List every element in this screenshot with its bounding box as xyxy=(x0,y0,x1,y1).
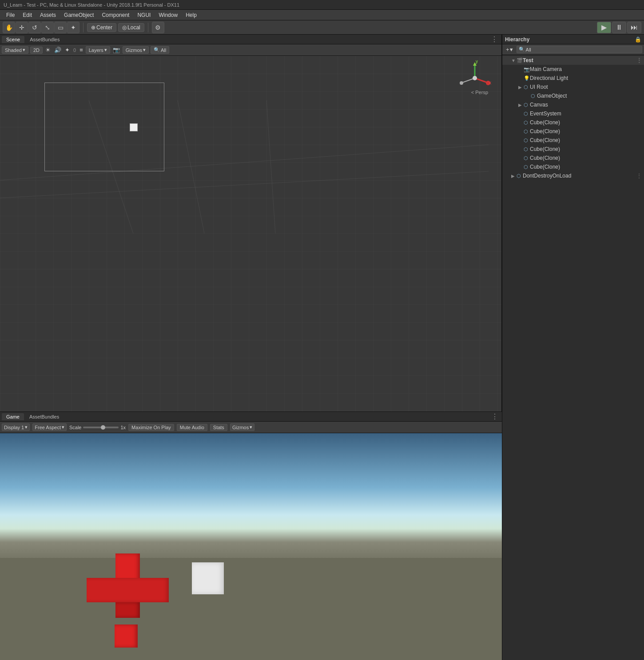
search-icon: 🔍 xyxy=(519,47,525,52)
game-panel-more[interactable]: ⋮ xyxy=(489,412,500,421)
maximize-on-play-btn[interactable]: Maximize On Play xyxy=(128,424,174,431)
search-dropdown[interactable]: 🔍 All xyxy=(151,46,169,54)
hierarchy-header: Hierarchy 🔒 xyxy=(502,35,644,44)
go-label: GameObject xyxy=(537,93,642,99)
root-arrow: ▼ xyxy=(511,58,517,63)
menu-assets[interactable]: Assets xyxy=(36,11,60,19)
rotate-tool-btn[interactable]: ↺ xyxy=(28,22,41,33)
tab-game[interactable]: Game xyxy=(2,413,24,420)
pause-button[interactable]: ⏸ xyxy=(612,22,626,33)
cube3-icon: ⬡ xyxy=(524,138,530,143)
search-label: All xyxy=(161,47,166,53)
gizmos-dropdown[interactable]: Gizmos ▾ xyxy=(123,46,149,54)
step-button[interactable]: ⏭ xyxy=(627,22,641,33)
persp-label: < Persp xyxy=(471,90,488,95)
layers-icon[interactable]: ≡ xyxy=(79,46,84,54)
2d-toggle[interactable]: 2D xyxy=(30,47,43,54)
menu-edit[interactable]: Edit xyxy=(19,11,36,19)
tab-assetbundles-scene[interactable]: AssetBundles xyxy=(25,36,64,43)
hierarchy-title: Hierarchy xyxy=(505,36,529,43)
red-cross-object xyxy=(87,553,169,624)
canvas-arrow: ▶ xyxy=(518,103,524,107)
scene-more[interactable]: ⋮ xyxy=(636,57,642,64)
tree-item-main-camera[interactable]: 📷 Main Camera xyxy=(502,65,644,74)
canvas-label: Canvas xyxy=(530,102,642,108)
scale-slider[interactable] xyxy=(83,427,119,428)
scene-gizmo[interactable]: y x < Persp xyxy=(457,60,493,96)
center-toggle[interactable]: ⊕ Center xyxy=(87,23,116,32)
gizmos-arrow: ▾ xyxy=(143,47,146,53)
mute-audio-btn[interactable]: Mute Audio xyxy=(177,424,207,431)
menu-window[interactable]: Window xyxy=(155,11,181,19)
menu-component[interactable]: Component xyxy=(98,11,133,19)
game-viewport[interactable] xyxy=(0,433,502,660)
tree-item-eventsystem[interactable]: ⬡ EventSystem xyxy=(502,109,644,118)
hierarchy-lock-icon[interactable]: 🔒 xyxy=(635,36,641,43)
canvas-icon: ⬡ xyxy=(524,102,530,108)
dontdestroy-more[interactable]: ⋮ xyxy=(636,172,642,179)
aspect-label: Free Aspect xyxy=(35,425,61,430)
local-label: Local xyxy=(127,24,140,31)
scene-panel: Scene AssetBundles ⋮ Shaded ▾ 2D ☀ 🔊 ✦ 0… xyxy=(0,35,502,411)
svg-point-15 xyxy=(473,76,477,80)
scale-control: Scale 1x xyxy=(69,425,126,430)
menu-file[interactable]: File xyxy=(3,11,18,19)
local-icon: ◎ xyxy=(122,24,127,31)
tree-item-dontdestroy[interactable]: ▶ ⬡ DontDestroyOnLoad ⋮ xyxy=(502,171,644,180)
tree-scene-root[interactable]: ▼ 🎬 Test ⋮ xyxy=(502,56,644,65)
rect-tool-btn[interactable]: ▭ xyxy=(54,22,67,33)
add-icon: + xyxy=(506,46,509,53)
cube2-icon: ⬡ xyxy=(524,129,530,134)
tree-item-cube-3[interactable]: ⬡ Cube(Clone) xyxy=(502,136,644,145)
hand-tool-btn[interactable]: ✋ xyxy=(3,22,15,33)
tree-item-gameobject[interactable]: ⬡ GameObject xyxy=(502,91,644,100)
camera-label: Main Camera xyxy=(530,66,642,72)
move-tool-btn[interactable]: ✛ xyxy=(16,22,28,33)
uiroot-icon: ⬡ xyxy=(524,84,530,90)
game-toolbar: Display 1 ▾ Free Aspect ▾ Scale 1x Maxim… xyxy=(0,422,502,433)
audio-icon[interactable]: 🔊 xyxy=(53,46,62,54)
shading-dropdown[interactable]: Shaded ▾ xyxy=(2,46,28,54)
tree-item-ui-root[interactable]: ▶ ⬡ UI Root xyxy=(502,83,644,91)
menu-gameobject[interactable]: GameObject xyxy=(60,11,97,19)
tree-item-cube-5[interactable]: ⬡ Cube(Clone) xyxy=(502,154,644,162)
menu-help[interactable]: Help xyxy=(182,11,200,19)
add-dropdown-arrow: ▾ xyxy=(510,46,513,53)
scene-panel-more[interactable]: ⋮ xyxy=(489,35,500,43)
scene-tab-bar: Scene AssetBundles ⋮ xyxy=(0,35,501,44)
extra-tool-btn[interactable]: ⚙ xyxy=(152,22,164,33)
tree-item-directional-light[interactable]: 💡 Directional Light xyxy=(502,74,644,83)
tree-item-cube-6[interactable]: ⬡ Cube(Clone) xyxy=(502,162,644,171)
aspect-selector[interactable]: Free Aspect ▾ xyxy=(32,423,67,431)
scene-viewport[interactable]: y x < Persp xyxy=(0,56,501,411)
scale-value: 1x xyxy=(120,425,126,430)
effects-icon[interactable]: ✦ xyxy=(64,46,71,54)
display-selector[interactable]: Display 1 ▾ xyxy=(2,423,30,431)
search-all-label: All xyxy=(526,47,531,52)
hierarchy-search[interactable]: 🔍 All xyxy=(517,46,642,53)
search-icon: 🔍 xyxy=(154,47,160,53)
stats-btn[interactable]: Stats xyxy=(210,424,227,431)
scale-tool-btn[interactable]: ⤡ xyxy=(41,22,54,33)
play-button[interactable]: ▶ xyxy=(597,22,611,33)
layers-dropdown[interactable]: Layers ▾ xyxy=(86,46,110,54)
main-toolbar: ✋ ✛ ↺ ⤡ ▭ ✦ ⊕ Center ◎ Local ⚙ ▶ ⏸ ⏭ xyxy=(0,20,644,35)
tree-item-canvas[interactable]: ▶ ⬡ Canvas xyxy=(502,100,644,109)
tree-item-cube-2[interactable]: ⬡ Cube(Clone) xyxy=(502,127,644,136)
scale-thumb[interactable] xyxy=(101,425,105,430)
game-tab-bar: Game AssetBundles ⋮ xyxy=(0,412,502,422)
game-gizmos-dropdown[interactable]: Gizmos ▾ xyxy=(230,423,254,431)
separator-1 xyxy=(83,23,83,32)
tab-assetbundles-game[interactable]: AssetBundles xyxy=(25,413,64,420)
tree-item-cube-4[interactable]: ⬡ Cube(Clone) xyxy=(502,145,644,154)
tree-item-cube-1[interactable]: ⬡ Cube(Clone) xyxy=(502,118,644,127)
light-label: Directional Light xyxy=(530,75,642,81)
transform-tools: ✋ ✛ ↺ ⤡ ▭ ✦ xyxy=(3,22,80,33)
local-toggle[interactable]: ◎ Local xyxy=(118,23,144,32)
lighting-icon[interactable]: ☀ xyxy=(44,46,52,54)
tab-scene[interactable]: Scene xyxy=(2,36,24,43)
cam-icon[interactable]: 📷 xyxy=(112,46,121,54)
hierarchy-add-btn[interactable]: + ▾ xyxy=(504,45,515,54)
multi-tool-btn[interactable]: ✦ xyxy=(67,22,80,33)
menu-ngui[interactable]: NGUI xyxy=(134,11,154,19)
